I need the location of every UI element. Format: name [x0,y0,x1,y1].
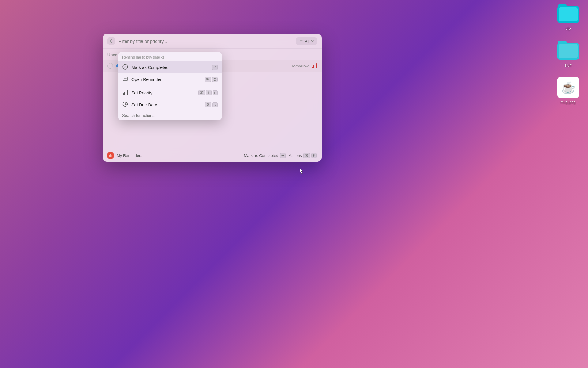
context-menu-shortcut-due-date: ⌘ D [205,102,218,107]
svg-rect-17 [123,77,127,81]
context-menu-item-open-reminder-label: Open Reminder [131,77,202,82]
svg-rect-15 [111,154,111,155]
desktop-icon-mug[interactable]: ☕ mug.jpeg [557,77,579,104]
svg-rect-23 [126,91,126,95]
filter-dropdown[interactable]: All [296,37,317,45]
list-name-label: My Reminders [117,153,241,158]
svg-rect-7 [300,41,302,41]
svg-rect-21 [123,93,124,95]
context-menu-item-set-priority[interactable]: Set Priority... ⌘ ⇧ P [118,87,222,99]
svg-rect-5 [559,44,578,58]
context-menu-item-set-due-date-label: Set Due Date... [131,102,202,107]
svg-rect-8 [300,42,302,42]
desktop-icon-ufp-label: ufp [566,26,571,31]
actions-cmd-key: ⌘ [303,153,310,158]
mouse-cursor [300,168,304,175]
svg-rect-10 [313,65,314,68]
context-menu-item-mark-completed-label: Mark as Completed [131,65,209,70]
desktop-icon-mug-label: mug.jpeg [560,100,575,104]
desktop-icon-stuff-label: stuff [565,63,571,67]
open-reminder-icon [122,76,128,82]
bottom-bar: My Reminders Mark as Completed ↵ Actions… [103,149,322,162]
mark-completed-label: Mark as Completed [244,153,278,158]
reminders-app-icon [107,152,114,159]
svg-rect-6 [299,40,303,40]
context-menu-item-set-priority-label: Set Priority... [131,90,195,95]
mug-thumbnail: ☕ [557,77,579,98]
context-menu-shortcut-open: ⌘ O [205,77,218,82]
set-due-date-icon [122,102,128,108]
search-bar: All [103,34,322,49]
desktop-icon-ufp[interactable]: ufp [557,3,579,31]
back-button[interactable] [107,37,115,45]
desktop-icon-stuff[interactable]: stuff [557,40,579,67]
context-menu-search [118,111,222,120]
actions-action[interactable]: Actions ⌘ K [289,153,317,158]
mark-completed-icon [122,64,128,71]
context-menu-title: Remind me to buy snacks [118,52,222,61]
context-menu-item-open-reminder[interactable]: Open Reminder ⌘ O [118,73,222,85]
actions-label: Actions [289,153,302,158]
svg-rect-24 [127,90,128,95]
desktop: ufp stuff ☕ mug.jpeg [0,0,588,368]
svg-rect-2 [559,7,578,21]
actions-search-input[interactable] [122,113,218,118]
desktop-icons: ufp stuff ☕ mug.jpeg [557,3,579,104]
svg-rect-11 [315,64,315,68]
svg-rect-22 [124,92,125,95]
context-menu-divider-1 [118,86,222,86]
priority-icon [312,63,317,69]
reminder-checkbox[interactable] [107,63,113,69]
context-menu-item-mark-completed[interactable]: Mark as Completed ↵ [118,61,222,73]
actions-k-key: K [311,153,317,158]
context-menu-shortcut-enter: ↵ [212,65,218,70]
filter-label: All [305,39,309,44]
context-menu-shortcut-priority: ⌘ ⇧ P [198,90,218,95]
reminder-due-date: Tomorrow [291,64,309,68]
svg-rect-9 [312,67,313,68]
search-input[interactable] [119,39,293,44]
context-menu-item-set-due-date[interactable]: Set Due Date... ⌘ D [118,99,222,111]
set-priority-icon [122,90,128,96]
mark-completed-action[interactable]: Mark as Completed ↵ [244,153,286,158]
svg-rect-12 [316,63,317,68]
mark-completed-key: ↵ [280,153,286,158]
context-menu: Remind me to buy snacks Mark as Complete… [118,52,222,120]
